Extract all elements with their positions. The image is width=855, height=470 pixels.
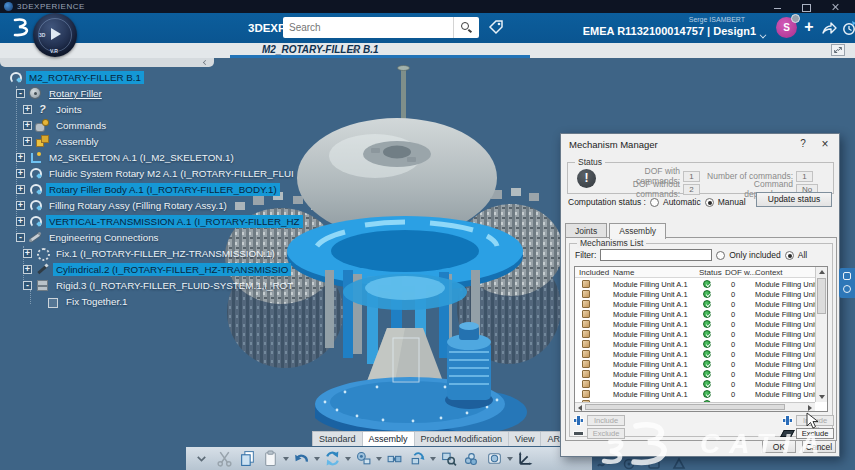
scroll-left-icon[interactable] [578,405,582,411]
update-status-button[interactable]: Update status [756,192,832,207]
chevron-left-icon[interactable] [203,60,208,65]
chevron-down-icon[interactable] [760,31,767,38]
paste-icon[interactable] [262,450,279,467]
exclude-button[interactable]: Exclude [587,428,625,439]
dialog-titlebar[interactable]: Mechanism Manager ? × [561,134,839,153]
mechanism-row[interactable]: Module Filling Unit A.10Module Filling U… [575,329,815,339]
manual-label[interactable]: Manual [718,197,746,207]
mechanism-row[interactable]: Module Filling Unit A.10Module Filling U… [575,389,815,399]
action-bar-tab-standard[interactable]: Standard [313,432,363,446]
tree-item[interactable]: +Joints [4,101,254,117]
tree-item[interactable]: Fix Together.1 [4,293,254,309]
dropdown-caret-icon[interactable] [313,456,319,462]
tree-item-label[interactable]: Assembly [53,135,101,148]
mechanism-row[interactable]: Module Filling Unit A.10Module Filling U… [575,349,815,359]
only-included-radio[interactable] [716,251,725,260]
document-tab[interactable]: M2_ROTARY-FILLER B.1 [262,44,379,55]
mechanism-row[interactable]: Module Filling Unit A.10Module Filling U… [575,279,815,289]
tree-item[interactable]: +VERTICAL-TRANSMISSION A.1 (I_ROTARY-FIL… [4,213,254,229]
horizontal-scrollbar[interactable] [575,402,815,411]
tree-item[interactable]: -Engineering Connections [4,229,254,245]
view-section-icon[interactable] [486,450,503,467]
assembly-search-icon[interactable] [440,450,457,467]
expand-icon[interactable]: + [23,137,32,146]
all-radio[interactable] [785,251,794,260]
vertical-scrollbar[interactable] [815,267,827,402]
tree-search-bar[interactable] [0,58,214,67]
expand-icon[interactable]: + [23,105,32,114]
assembly-group-icon[interactable] [463,450,480,467]
action-bar-tab-product-modification[interactable]: Product Modification [415,432,510,446]
expand-icon[interactable]: + [23,249,32,258]
share-icon[interactable] [821,20,837,36]
mechanism-row[interactable]: Module Filling Unit A.10Module Filling U… [575,369,815,379]
tree-item-label[interactable]: Fix Together.1 [63,295,130,308]
mechanism-row[interactable]: Module Filling Unit A.10Module Filling U… [575,289,815,299]
mechanism-row[interactable]: Module Filling Unit A.10Module Filling U… [575,379,815,389]
column-header[interactable]: Context [755,268,783,277]
tree-item[interactable]: +M2_SKELETON A.1 (I_M2_SKELETON.1) [4,149,254,165]
minimize-button[interactable] [773,3,783,11]
exclude-all-button[interactable]: Exclude All [796,428,834,439]
tree-item[interactable]: -Rigid.3 (I_ROTARY-FILLER_FLUID-SYSTEM.1… [4,277,254,293]
dropdown-caret-icon[interactable] [506,456,512,462]
dropdown-caret-icon[interactable] [344,456,350,462]
add-content-button[interactable]: + [801,18,817,36]
window-titlebar[interactable]: 3DEXPERIENCE [0,0,855,13]
column-header[interactable]: Included [579,268,609,277]
collapse-icon[interactable]: - [16,89,25,98]
expand-icon[interactable]: + [16,217,25,226]
expand-icon[interactable]: + [16,169,25,178]
scroll-down-icon[interactable] [819,395,825,399]
tree-item-label[interactable]: Rotary Filler Body A.1 (I_ROTARY-FILLER_… [46,183,280,196]
help-compass-icon[interactable] [841,20,855,36]
scroll-up-icon[interactable] [819,270,825,274]
dropdown-caret-icon[interactable] [375,456,381,462]
tree-item-label[interactable]: Engineering Connections [46,231,161,244]
include-all-button[interactable]: Include All [796,415,834,426]
tree-item[interactable]: +Fluidic System Rotary M2 A.1 (I_ROTARY-… [4,165,254,181]
avatar[interactable]: S [776,17,797,38]
tree-item[interactable]: +Assembly [4,133,254,149]
cut-icon[interactable] [216,450,233,467]
tree-item[interactable]: M2_ROTARY-FILLER B.1 [4,69,254,85]
scrollbar-thumb[interactable] [585,404,785,410]
scrollbar-thumb[interactable] [817,278,826,314]
automatic-radio[interactable] [650,198,659,207]
expand-icon[interactable]: + [23,121,32,130]
tree-item[interactable]: +Fix.1 (I_ROTARY-FILLER_HZ-TRANSMISSION.… [4,245,254,261]
mechanism-row[interactable]: Module Filling Unit A.10Module Filling U… [575,319,815,329]
dropdown-caret-icon[interactable] [429,456,435,462]
tree-item[interactable]: +Rotary Filler Body A.1 (I_ROTARY-FILLER… [4,181,254,197]
only-included-label[interactable]: Only included [729,250,781,260]
automatic-label[interactable]: Automatic [663,197,701,207]
assembly-join-icon[interactable] [386,450,403,467]
expand-icon[interactable]: + [16,153,25,162]
ok-button[interactable]: OK [762,440,796,453]
assembly-component-icon[interactable] [355,450,372,467]
scroll-right-icon[interactable] [808,405,812,411]
cancel-button[interactable]: Cancel [802,440,836,453]
tree-item[interactable]: -Rotary Filler [4,85,254,101]
collapsed-panel-tab[interactable] [839,268,855,298]
tree-item-label[interactable]: Commands [53,119,109,132]
search-input[interactable] [289,20,447,35]
dialog-close-button[interactable]: × [819,137,831,151]
include-button[interactable]: Include [587,415,625,426]
tab-assembly[interactable]: Assembly [609,223,666,239]
maximize-button[interactable] [801,3,811,11]
tree-item-label[interactable]: Filling Rotary Assy (Filling Rotary Assy… [46,199,230,212]
mechanisms-table[interactable]: IncludedNameStatusDOF w...Context Module… [574,266,828,412]
all-label[interactable]: All [798,250,807,260]
3d-viewport[interactable]: M2_ROTARY-FILLER B.1-Rotary Filler+Joint… [0,58,855,470]
column-header[interactable]: Name [613,268,634,277]
expand-icon[interactable]: + [23,265,32,274]
action-bar-tab-assembly[interactable]: Assembly [363,432,415,446]
mechanism-row[interactable]: Module Filling Unit A.10Module Filling U… [575,359,815,369]
tab-joints[interactable]: Joints [565,223,607,238]
copy-icon[interactable] [239,450,256,467]
filter-input[interactable] [600,249,712,261]
tree-item-label[interactable]: Rotary Filler [46,87,105,100]
column-header[interactable]: DOF w... [725,268,756,277]
tree-item-label[interactable]: VERTICAL-TRANSMISSION A.1 (I_ROTARY-FILL… [46,215,303,228]
